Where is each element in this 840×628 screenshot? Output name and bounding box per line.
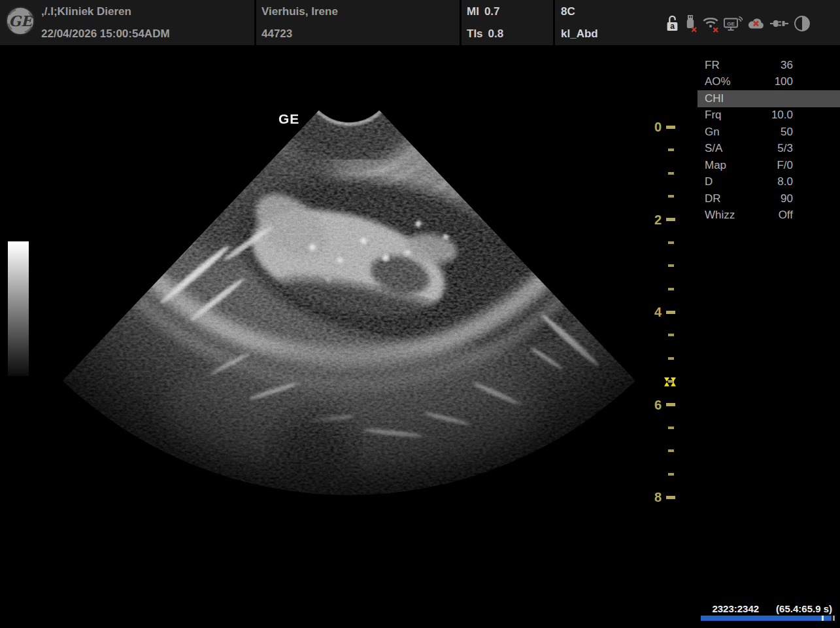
ruler-tick-major <box>666 311 675 314</box>
ruler-label: 0 <box>645 120 662 135</box>
vendor-watermark: GE <box>278 111 299 127</box>
focus-marker-icon <box>664 377 677 387</box>
ruler-label: 8 <box>645 490 662 505</box>
param-row-d: D8.0 <box>697 174 840 191</box>
cine-time-range: (65.4:65.9 s) <box>776 603 832 614</box>
param-row-gn: Gn50 <box>697 124 840 141</box>
cine-progress-bar[interactable] <box>701 616 832 621</box>
param-value: F/0 <box>777 159 793 172</box>
param-value: 8.0 <box>777 175 793 188</box>
ultrasound-screen: ,/.I;Kliniek Dieren 22/04/2026 15:00:54A… <box>0 0 840 628</box>
param-row-whizz: WhizzOff <box>697 207 840 224</box>
param-value: 5/3 <box>777 142 793 155</box>
param-row-sa: S/A5/3 <box>697 141 840 158</box>
ruler-tick-minor <box>668 449 674 452</box>
param-label: FR <box>705 59 720 72</box>
ruler-tick-minor <box>668 241 674 244</box>
param-label: AO% <box>705 75 731 88</box>
param-value: 90 <box>781 192 793 205</box>
param-label: S/A <box>705 142 722 155</box>
parameter-panel: FR36 AO%100 CHI Frq10.0 Gn50 S/A5/3 MapF… <box>697 57 840 224</box>
ruler-tick-minor <box>668 264 674 267</box>
ruler-tick-major <box>666 218 675 221</box>
param-value: 10.0 <box>771 109 793 122</box>
ruler-tick-minor <box>668 172 674 175</box>
param-row-dr: DR90 <box>697 190 840 207</box>
ruler-tick-minor <box>668 288 674 290</box>
param-label: DR <box>705 192 721 205</box>
cine-status: 2323:2342 (65.4:65.9 s) <box>680 603 832 614</box>
ruler-label: 2 <box>645 213 662 228</box>
cine-frame-range: 2323:2342 <box>712 603 759 614</box>
param-value: Off <box>779 209 793 222</box>
param-row-frq: Frq10.0 <box>697 107 840 124</box>
ruler-tick-major <box>666 496 675 499</box>
cine-end-tick <box>833 616 835 621</box>
ruler-tick-minor <box>668 334 674 336</box>
ruler-tick-minor <box>668 427 674 429</box>
grayscale-bar <box>8 241 29 376</box>
ruler-label: 6 <box>645 398 662 413</box>
param-label: Frq <box>705 109 722 122</box>
param-label: Map <box>705 159 726 172</box>
param-row-fr: FR36 <box>697 57 840 74</box>
param-label: D <box>705 175 713 188</box>
ruler-tick-minor <box>668 357 674 360</box>
param-row-chi: CHI <box>697 90 840 107</box>
param-value: 50 <box>781 126 793 139</box>
ruler-tick-minor <box>668 195 674 198</box>
param-row-map: MapF/0 <box>697 157 840 174</box>
ruler-tick-minor <box>668 473 674 476</box>
ruler-tick-major <box>666 403 675 406</box>
ruler-tick-major <box>666 126 675 129</box>
param-label: Whizz <box>705 209 735 222</box>
param-value: 100 <box>775 75 793 88</box>
param-value: 36 <box>781 59 793 72</box>
cine-position-marker <box>822 616 824 621</box>
ruler-tick-minor <box>668 148 674 151</box>
param-label: Gn <box>705 126 720 139</box>
param-label: CHI <box>705 92 724 105</box>
ruler-label: 4 <box>645 305 662 320</box>
param-row-ao: AO%100 <box>697 74 840 91</box>
